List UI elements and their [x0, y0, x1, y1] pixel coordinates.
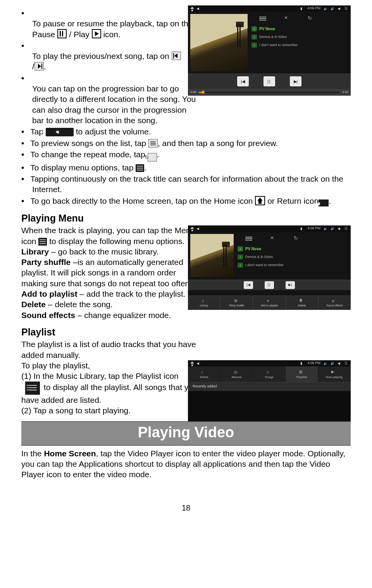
progress-bar [199, 92, 340, 93]
menu-library: Library [188, 296, 220, 310]
tab-now-playing: Now playing [318, 366, 351, 382]
previous-icon [172, 52, 181, 60]
vol-down-icon [324, 361, 327, 365]
shot-menu-icon [344, 7, 348, 10]
vol-up-icon [331, 7, 334, 10]
prev-button [237, 76, 249, 86]
tab-playlists: Playlists [286, 366, 318, 382]
shot-back-icon [196, 7, 200, 10]
shuffle-icon [282, 16, 291, 22]
shuffle-icon [269, 236, 277, 242]
next-button [286, 281, 295, 289]
vol-down-icon [324, 227, 327, 230]
label-sound-effects: Sound effects [21, 311, 75, 320]
album-art [190, 14, 248, 71]
shot3-statusbar: 4:06 PM [188, 360, 351, 366]
shot-home-icon [190, 7, 194, 10]
video-paragraph: In the Home Screen, tap the Video Player… [21, 448, 351, 480]
shot-menu-icon [344, 361, 348, 365]
heading-playing-menu: Playing Menu [21, 212, 351, 225]
label-party-shuffle: Party shuffle [21, 258, 71, 266]
shot-back-icon [196, 227, 200, 230]
track-badge: ♪ [251, 34, 257, 40]
playlist-icon [25, 382, 40, 395]
repeat-icon [307, 16, 315, 22]
menu-party-shuffle: Party shuffle [220, 296, 253, 310]
time-position: 0:06 [190, 90, 196, 94]
playlist-body: The playlist is a list of audio tracks t… [21, 339, 203, 416]
prev-button [244, 281, 253, 289]
bullet-home-return: To go back directly to the Home screen, … [21, 196, 351, 206]
battery-icon [300, 227, 304, 230]
play-icon [92, 29, 101, 38]
list-icon [258, 16, 267, 22]
shot-back-icon [196, 361, 200, 365]
shot-time: 4:06 PM [307, 361, 320, 366]
screenshot-playlist-tab: 4:06 PM Artists Albums Songs Playlists N… [188, 360, 351, 421]
playlist-row-recently-added: Recently added [188, 382, 351, 391]
tab-songs: Songs [253, 366, 286, 382]
pause-button [264, 76, 275, 86]
battery-icon [300, 361, 304, 365]
pause-button [265, 281, 274, 289]
shot-home-icon [190, 227, 194, 230]
label-home-screen: Home Screen [44, 449, 96, 458]
track-album: Demos & B-Sides [245, 255, 273, 260]
track-artist: PV Nova [259, 26, 275, 31]
menu-icon [136, 164, 144, 172]
label-add-playlist: Add to playlist [21, 289, 78, 298]
shot1-statusbar: 4:06 PM [188, 5, 351, 12]
bullet-menu-options: To display menu options, tap . [21, 162, 351, 173]
bullet-preview-songs: To preview songs on the list, tap , and … [21, 138, 351, 148]
volume-icons: − + [46, 128, 74, 136]
track-title: I don't want to remember [245, 263, 284, 268]
screenshot-playing-menu: 4:06 PM ♪PV Nova ♪Demos & B-Sides ♪I don… [188, 225, 351, 310]
vol-down-icon [324, 7, 327, 10]
label-library: Library [21, 247, 49, 256]
next-button [290, 76, 301, 86]
pause-icon [57, 29, 67, 38]
track-badge: ♪ [251, 26, 257, 31]
vol-up-icon [331, 227, 334, 230]
battery-icon [300, 7, 304, 10]
playing-menu-body: When the track is playing, you can tap t… [21, 225, 203, 320]
screenshot-now-playing: 4:06 PM ♪PV Nova ♪Demos & B-Sides ♪I don… [188, 5, 351, 90]
tab-artists: Artists [188, 366, 220, 382]
section-banner-playing-video: Playing Video [21, 421, 351, 445]
return-icon [319, 199, 329, 206]
shot2-statusbar: 4:06 PM [188, 225, 351, 232]
tab-albums: Albums [220, 366, 253, 382]
menu-add-playlist: Add to playlist [253, 296, 286, 310]
vol-up-icon [331, 361, 334, 365]
shot-home-icon [190, 361, 194, 365]
shot-back2-icon [338, 227, 341, 230]
bullet-volume: Tap − + to adjust the volume. [21, 126, 351, 137]
track-title: I don't want to remember [259, 43, 298, 48]
shot-back2-icon [338, 7, 341, 10]
repeat-icon [293, 236, 301, 242]
track-album: Demos & B-Sides [259, 35, 287, 40]
track-artist: PV Nova [245, 246, 261, 251]
bullet-search-track: Tapping continuously on the track title … [21, 174, 351, 195]
next-icon [34, 62, 44, 70]
menu-icon-inline [38, 238, 47, 246]
track-badge: ♪ [251, 43, 257, 48]
list-icon [245, 236, 253, 242]
label-delete: Delete [21, 300, 46, 309]
repeat-mode-icon [148, 153, 157, 162]
track-badge: ♪ [238, 246, 243, 251]
shot-back2-icon [338, 361, 341, 365]
time-duration: 3:42 [342, 90, 348, 94]
shot-menu-icon [344, 227, 348, 230]
album-art [190, 234, 234, 277]
shot-time: 4:06 PM [307, 226, 320, 231]
track-badge: ♪ [238, 254, 243, 260]
page-number: 18 [21, 503, 351, 513]
menu-delete: Delete [286, 296, 319, 310]
track-badge: ♪ [238, 263, 243, 268]
menu-sound-effects: Sound effects [319, 296, 351, 310]
bullet-repeat-mode: To change the repeat mode, tap . [21, 149, 351, 162]
heading-playlist: Playlist [21, 326, 351, 339]
song-list-icon [148, 139, 158, 148]
shot-time: 4:06 PM [307, 6, 320, 11]
